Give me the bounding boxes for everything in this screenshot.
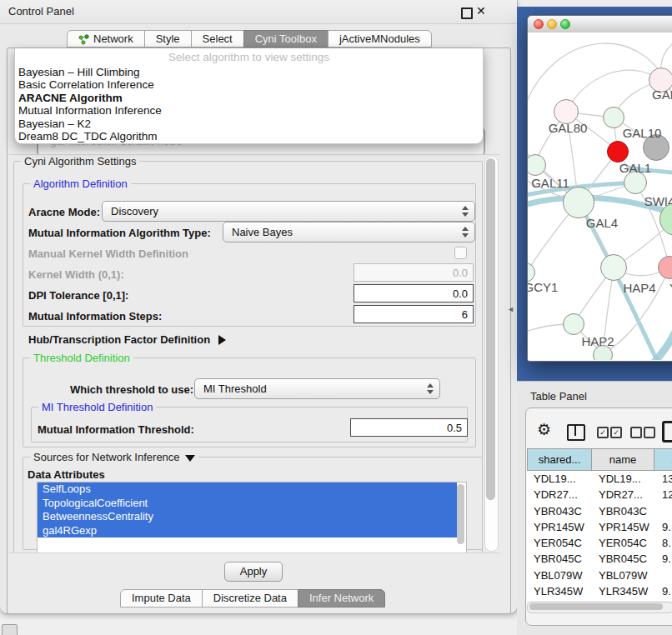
algorithm-option[interactable]: Bayesian – K2 <box>18 118 479 130</box>
tab-label: Network <box>93 31 133 48</box>
threshold-definition-title: Threshold Definition <box>30 352 133 364</box>
data-attributes-list[interactable]: SelfLoopsTopologicalCoefficientBetweenne… <box>37 482 467 553</box>
table-cell: YIL052C <box>592 599 655 601</box>
tab-discretize-data[interactable]: Discretize Data <box>202 589 298 608</box>
network-node[interactable] <box>600 254 627 281</box>
manual-kernel-checkbox[interactable] <box>454 247 467 259</box>
network-node[interactable] <box>603 107 624 128</box>
tab-select[interactable]: Select <box>191 30 244 48</box>
table-row[interactable]: YBR045CYBR045C9. <box>527 551 672 567</box>
application-root: Control Panel ✕ NetworkStyleSelectCyni T… <box>0 0 672 635</box>
algorithm-option[interactable]: Bayesian – Hill Climbing <box>18 66 479 78</box>
network-node[interactable] <box>563 313 584 335</box>
table-hscrollbar-thumb[interactable] <box>529 603 663 610</box>
algorithm-option[interactable]: Mutual Information Inference <box>18 104 479 117</box>
dpi-tolerance-field[interactable] <box>354 284 474 302</box>
table-header-row: shared...nameA <box>527 448 672 471</box>
attribute-item[interactable]: BetweennessCentrality <box>38 510 457 524</box>
column-header-shared[interactable]: shared... <box>527 448 592 471</box>
table-cell: YBL079W <box>527 568 592 583</box>
node-label: HAP2 <box>581 334 614 348</box>
network-node[interactable] <box>563 187 594 218</box>
table-row[interactable]: YER054CYER054C8. <box>527 535 672 551</box>
algorithm-dropdown-popup: Select algorithm to view settings Bayesi… <box>14 48 484 144</box>
table-row[interactable]: YDR27...YDR27...12 <box>527 487 672 502</box>
node-label: GAL1 <box>619 161 651 175</box>
kernel-width-field[interactable] <box>354 263 474 282</box>
table-row[interactable]: YBR043CYBR043C <box>527 503 672 519</box>
settings-scroll-area: Cyni Algorithm Settings Algorithm Defini… <box>9 154 500 553</box>
unselect-all-checkbox-icon[interactable] <box>630 427 642 438</box>
tab-network[interactable]: Network <box>67 30 145 48</box>
unselect-all-checkbox-icon[interactable] <box>644 427 655 438</box>
table-row[interactable]: YLR345WYLR345W9. <box>527 583 672 599</box>
tab-jactivemnodules[interactable]: jActiveMNodules <box>328 30 432 48</box>
apply-button[interactable]: Apply <box>224 562 283 582</box>
mi-algorithm-type-combo[interactable]: Naive Bayes <box>223 222 475 242</box>
mi-steps-field[interactable] <box>354 305 474 323</box>
table-cell: 9. <box>655 583 672 599</box>
table-function-icon[interactable] <box>662 421 672 442</box>
tab-label: Style <box>156 31 180 48</box>
combo-spinner-icon <box>461 226 469 238</box>
cyni-mode-tab-bar: Impute DataDiscretize DataInfer Network <box>120 589 384 608</box>
select-all-checkbox-icon[interactable]: ✓ <box>610 427 622 438</box>
tab-infer-network[interactable]: Infer Network <box>298 589 385 608</box>
aracne-mode-combo[interactable]: Discovery <box>102 201 475 222</box>
control-panel-window: Control Panel ✕ NetworkStyleSelectCyni T… <box>0 0 518 614</box>
network-icon <box>78 33 89 44</box>
which-threshold-combo[interactable]: MI Threshold <box>194 378 440 399</box>
algorithm-option[interactable]: Dream8 DC_TDC Algorithm <box>18 130 479 142</box>
table-cell: YER054C <box>527 535 592 551</box>
sources-group-title[interactable]: Sources for Network Inference <box>30 451 198 463</box>
settings-scrollbar-thumb[interactable] <box>486 158 495 500</box>
table-cell: 9. <box>655 551 672 567</box>
tab-style[interactable]: Style <box>144 30 192 48</box>
divider-collapse-grip[interactable]: ◄ <box>507 305 514 313</box>
table-cell: 9. <box>655 519 672 535</box>
tab-impute-data[interactable]: Impute Data <box>120 589 203 608</box>
table-cell: YPR145W <box>527 519 592 535</box>
column-header-name[interactable]: name <box>591 448 654 471</box>
tab-cyni-toolbox[interactable]: Cyni Toolbox <box>243 30 328 48</box>
node-label: GAL <box>652 88 672 102</box>
table-cell: YBR043C <box>592 503 655 519</box>
hub-section-toggle[interactable]: Hub/Transcription Factor Definition <box>28 333 226 346</box>
table-row[interactable]: YIL052CYIL052C9 <box>527 599 672 601</box>
table-row[interactable]: YBL079WYBL079W <box>527 568 672 583</box>
collapsed-arrow-icon <box>218 335 226 345</box>
algorithm-option[interactable]: ARACNE Algorithm <box>18 92 479 104</box>
table-row[interactable]: YPR145WYPR145W9. <box>527 519 672 535</box>
tab-label: Cyni Toolbox <box>255 31 317 48</box>
settings-group-title: Cyni Algorithm Settings <box>21 155 139 168</box>
close-traffic-light[interactable] <box>534 19 544 29</box>
algorithm-option[interactable]: Basic Correlation Inference <box>18 78 479 91</box>
float-window-icon[interactable] <box>461 8 473 19</box>
node-label: SWI4 <box>644 194 672 208</box>
select-all-checkbox-icon[interactable]: ✓ <box>597 427 609 438</box>
minimize-traffic-light[interactable] <box>547 19 557 29</box>
mi-type-value: Naive Bayes <box>232 226 293 238</box>
network-node[interactable] <box>607 141 629 162</box>
attribute-item[interactable]: gal4RGexp <box>38 524 457 538</box>
show-columns-icon[interactable] <box>567 424 585 441</box>
table-hscrollbar-track[interactable] <box>527 602 672 613</box>
node-label: GCY1 <box>528 280 558 294</box>
settings-gear-icon[interactable]: ⚙ <box>537 420 551 439</box>
network-canvas[interactable]: GALGAL80GAL10GAL1GAL11SWI4GAL4GCY1HAP4YH… <box>528 32 672 360</box>
list-scrollbar[interactable] <box>457 484 464 544</box>
zoom-traffic-light[interactable] <box>560 19 570 29</box>
table-cell: YLR345W <box>527 583 592 599</box>
attribute-item[interactable]: TopologicalCoefficient <box>38 497 457 511</box>
table-cell: YBL079W <box>592 568 655 583</box>
tab-label: jActiveMNodules <box>339 31 420 48</box>
panel-grip-chip[interactable] <box>2 624 18 635</box>
attribute-item[interactable]: SelfLoops <box>38 482 457 497</box>
mi-threshold-field[interactable] <box>350 418 468 437</box>
close-icon[interactable]: ✕ <box>476 4 486 18</box>
table-row[interactable]: YDL19...YDL19...13 <box>527 471 672 487</box>
dpi-tolerance-label: DPI Tolerance [0,1]: <box>28 289 128 302</box>
column-header-a[interactable]: A <box>654 448 672 471</box>
table-cell: 13 <box>655 471 672 487</box>
table-cell: YBR045C <box>592 551 655 567</box>
